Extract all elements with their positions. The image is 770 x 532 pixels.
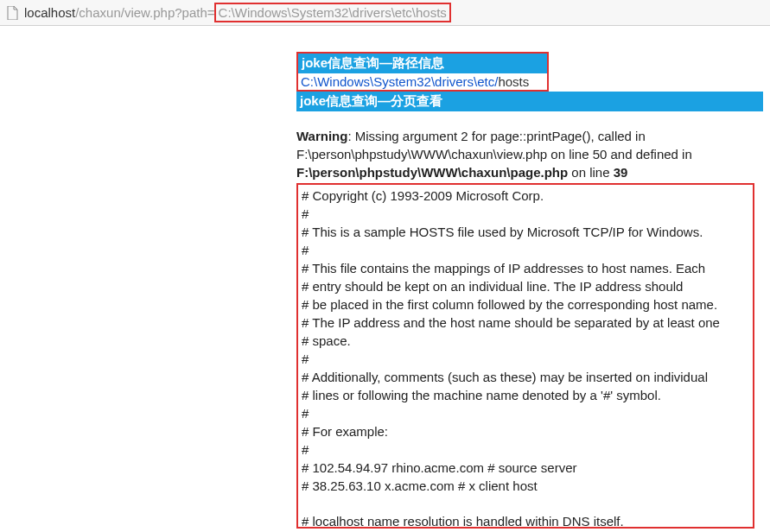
- warning-file: F:\person\phpstudy\WWW\chaxun\page.php: [296, 165, 568, 180]
- page-content: joke信息查询―路径信息 C:\Windows\System32\driver…: [0, 26, 770, 529]
- warning-online: on line: [568, 165, 614, 180]
- url-display: localhost /chaxun/view.php?path= C:\Wind…: [24, 3, 451, 22]
- address-bar[interactable]: localhost /chaxun/view.php?path= C:\Wind…: [0, 0, 770, 26]
- php-warning-block: Warning: Missing argument 2 for page::pr…: [296, 127, 753, 181]
- file-line: # lines or following the machine name de…: [302, 386, 749, 404]
- file-line-blank: [302, 495, 749, 512]
- file-line: # space.: [302, 332, 749, 350]
- warning-label: Warning: [296, 129, 347, 143]
- file-line: # entry should be kept on an individual …: [302, 277, 749, 295]
- file-line: # Additionally, comments (such as these)…: [302, 368, 749, 386]
- file-line: # The IP address and the host name shoul…: [302, 314, 749, 332]
- warning-line-1: Warning: Missing argument 2 for page::pr…: [296, 127, 753, 145]
- warning-line-2: F:\person\phpstudy\WWW\chaxun\view.php o…: [296, 145, 753, 163]
- section-title-pagination: joke信息查询―分页查看: [296, 92, 763, 111]
- file-line: #: [302, 205, 749, 223]
- file-line: # 102.54.94.97 rhino.acme.com # source s…: [302, 459, 749, 477]
- file-line: #: [302, 241, 749, 259]
- url-host: localhost: [24, 5, 75, 20]
- file-line: # be placed in the first column followed…: [302, 295, 749, 314]
- url-path: /chaxun/view.php?path=: [75, 5, 214, 20]
- warning-line-number: 39: [614, 165, 628, 180]
- file-line: # This file contains the mappings of IP …: [302, 259, 749, 277]
- file-line: # 38.25.63.10 x.acme.com # x client host: [302, 477, 749, 495]
- file-line: # This is a sample HOSTS file used by Mi…: [302, 223, 749, 241]
- section-title-path-info: joke信息查询―路径信息: [298, 54, 547, 73]
- path-prefix: C:\Windows\System32\drivers\etc/: [301, 74, 498, 89]
- file-line: # Copyright (c) 1993-2009 Microsoft Corp…: [302, 187, 749, 205]
- path-breadcrumb-link[interactable]: C:\Windows\System32\drivers\etc/hosts: [298, 73, 547, 90]
- path-filename: hosts: [498, 74, 529, 89]
- file-line: # localhost name resolution is handled w…: [302, 512, 749, 529]
- warning-text-1: : Missing argument 2 for page::printPage…: [347, 129, 645, 143]
- file-line: #: [302, 440, 749, 459]
- heading-box-1: joke信息查询―路径信息 C:\Windows\System32\driver…: [296, 52, 549, 92]
- page-icon: [5, 6, 19, 20]
- file-contents-box: # Copyright (c) 1993-2009 Microsoft Corp…: [296, 183, 754, 529]
- file-line: #: [302, 404, 749, 422]
- file-line: # For example:: [302, 422, 749, 440]
- warning-line-3: F:\person\phpstudy\WWW\chaxun\page.php o…: [296, 163, 753, 181]
- url-query-highlighted: C:\Windows\System32\drivers\etc\hosts: [214, 3, 451, 22]
- file-line: #: [302, 350, 749, 368]
